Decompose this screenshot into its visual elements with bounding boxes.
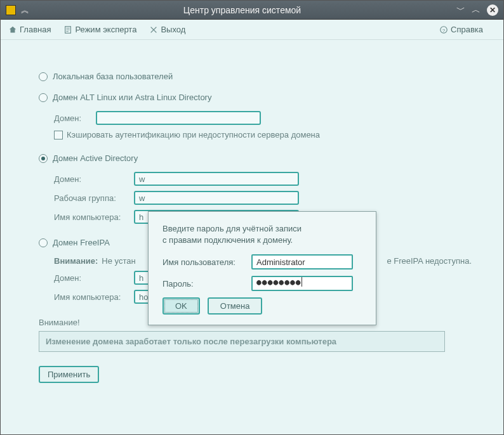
svg-text:?: ? xyxy=(442,27,446,33)
ad-computer-label: Имя компьютера: xyxy=(54,212,130,222)
dialog-user-label: Имя пользователя: xyxy=(162,257,245,267)
ad-workgroup-label: Рабочая группа: xyxy=(54,193,130,203)
dialog-ok-button[interactable]: OK xyxy=(162,297,200,315)
document-icon xyxy=(63,25,72,34)
expert-mode-button[interactable]: Режим эксперта xyxy=(63,25,136,34)
dialog-user-input[interactable] xyxy=(251,254,353,269)
radio-local-users-label: Локальная база пользователей xyxy=(53,72,173,81)
expert-label: Режим эксперта xyxy=(75,25,136,34)
freeipa-warn-pre: Не устан xyxy=(102,256,135,266)
cache-auth-label: Кэшировать аутентификацию при недоступно… xyxy=(67,130,320,140)
freeipa-computer-label: Имя компьютера: xyxy=(54,292,130,302)
home-button[interactable]: Главная xyxy=(8,25,51,34)
titlebar-expand-icon[interactable]: ︽ xyxy=(21,4,29,16)
toolbar: Главная Режим эксперта Выход ? Справка xyxy=(1,20,503,40)
dialog-password-label: Пароль: xyxy=(162,279,245,289)
radio-alt-domain[interactable] xyxy=(39,93,48,102)
radio-ad-domain-label: Домен Active Directory xyxy=(53,153,138,163)
titlebar: ︽ Центр управления системой ﹀ ︿ ✕ xyxy=(1,1,503,20)
alt-domain-label: Домен: xyxy=(54,114,92,123)
freeipa-warn-post: е FreeIPA недоступна. xyxy=(387,256,472,266)
ad-domain-input[interactable] xyxy=(134,172,299,186)
minimize-icon[interactable]: ﹀ xyxy=(456,4,465,16)
exit-button[interactable]: Выход xyxy=(149,25,185,34)
alt-domain-input[interactable] xyxy=(96,111,261,125)
close-icon[interactable]: ✕ xyxy=(487,4,498,16)
window-title: Центр управления системой xyxy=(34,5,450,15)
freeipa-domain-label: Домен: xyxy=(54,273,130,283)
help-button[interactable]: ? Справка xyxy=(439,25,483,34)
close-x-icon xyxy=(149,25,158,34)
ad-domain-label: Домен: xyxy=(54,174,130,184)
help-label: Справка xyxy=(451,25,483,34)
apply-button[interactable]: Применить xyxy=(39,366,99,383)
main-content: Локальная база пользователей Домен ALT L… xyxy=(1,40,503,434)
radio-freeipa[interactable] xyxy=(39,238,48,247)
dialog-message: Введите пароль для учётной записи с прав… xyxy=(162,223,362,245)
freeipa-warn-label: Внимание: xyxy=(54,256,98,266)
maximize-icon[interactable]: ︿ xyxy=(472,4,481,16)
app-icon xyxy=(6,5,16,15)
auth-dialog: Введите пароль для учётной записи с прав… xyxy=(148,211,376,325)
radio-ad-domain[interactable] xyxy=(39,154,48,163)
attention-box: Изменение домена заработает только после… xyxy=(39,331,445,352)
radio-alt-domain-label: Домен ALT Linux или Astra Linux Director… xyxy=(53,93,211,102)
cache-auth-checkbox[interactable] xyxy=(54,131,63,140)
radio-local-users[interactable] xyxy=(39,72,48,81)
ad-workgroup-input[interactable] xyxy=(134,191,299,205)
dialog-password-input[interactable]: ●●●●●●●● xyxy=(251,276,353,291)
exit-label: Выход xyxy=(161,25,185,34)
help-icon: ? xyxy=(439,25,448,34)
radio-freeipa-label: Домен FreeIPA xyxy=(53,238,110,247)
dialog-cancel-button[interactable]: Отмена xyxy=(208,297,263,315)
home-icon xyxy=(8,25,17,34)
home-label: Главная xyxy=(20,25,51,34)
